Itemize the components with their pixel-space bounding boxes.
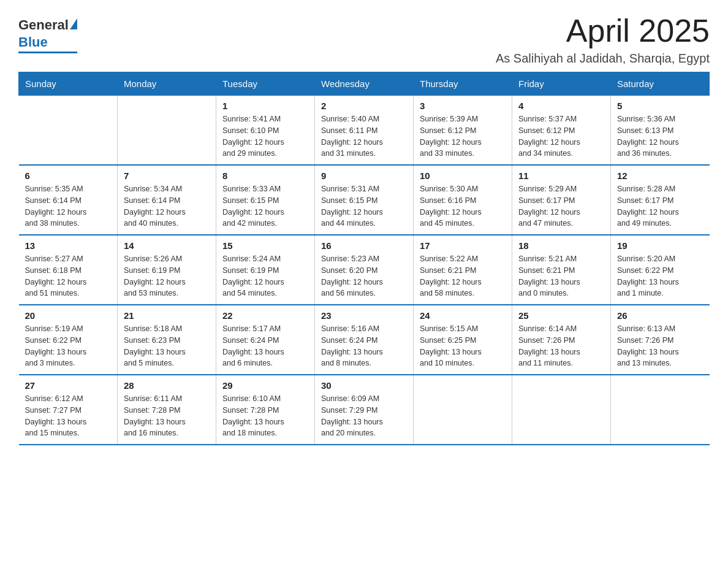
day-info: Sunrise: 6:14 AM Sunset: 7:26 PM Dayligh… bbox=[518, 323, 604, 369]
calendar-cell: 27Sunrise: 6:12 AM Sunset: 7:27 PM Dayli… bbox=[19, 375, 118, 445]
location-title: As Salihiyah al Jadidah, Sharqia, Egypt bbox=[496, 52, 710, 66]
day-info: Sunrise: 5:19 AM Sunset: 6:22 PM Dayligh… bbox=[25, 323, 112, 369]
day-number: 27 bbox=[25, 380, 112, 391]
day-number: 10 bbox=[420, 170, 506, 181]
day-info: Sunrise: 5:37 AM Sunset: 6:12 PM Dayligh… bbox=[518, 113, 604, 159]
day-number: 26 bbox=[617, 310, 703, 321]
day-number: 28 bbox=[124, 380, 210, 391]
calendar-cell: 19Sunrise: 5:20 AM Sunset: 6:22 PM Dayli… bbox=[611, 235, 710, 305]
day-info: Sunrise: 6:12 AM Sunset: 7:27 PM Dayligh… bbox=[25, 393, 112, 439]
calendar-cell: 18Sunrise: 5:21 AM Sunset: 6:21 PM Dayli… bbox=[512, 235, 611, 305]
calendar-cell bbox=[512, 375, 611, 445]
day-number: 3 bbox=[420, 101, 506, 111]
calendar-week-row: 27Sunrise: 6:12 AM Sunset: 7:27 PM Dayli… bbox=[19, 375, 710, 445]
day-number: 25 bbox=[518, 310, 604, 321]
col-header-tuesday: Tuesday bbox=[216, 72, 315, 96]
day-info: Sunrise: 5:24 AM Sunset: 6:19 PM Dayligh… bbox=[222, 253, 308, 299]
day-info: Sunrise: 5:27 AM Sunset: 6:18 PM Dayligh… bbox=[25, 253, 112, 299]
calendar-week-row: 6Sunrise: 5:35 AM Sunset: 6:14 PM Daylig… bbox=[19, 165, 710, 235]
day-number: 19 bbox=[617, 240, 703, 251]
day-info: Sunrise: 5:34 AM Sunset: 6:14 PM Dayligh… bbox=[124, 183, 210, 229]
calendar-cell bbox=[611, 375, 710, 445]
calendar-cell: 26Sunrise: 6:13 AM Sunset: 7:26 PM Dayli… bbox=[611, 305, 710, 375]
day-info: Sunrise: 5:18 AM Sunset: 6:23 PM Dayligh… bbox=[124, 323, 210, 369]
logo-triangle-icon bbox=[70, 18, 77, 29]
day-number: 22 bbox=[222, 310, 308, 321]
calendar-cell: 15Sunrise: 5:24 AM Sunset: 6:19 PM Dayli… bbox=[216, 235, 315, 305]
day-info: Sunrise: 5:22 AM Sunset: 6:21 PM Dayligh… bbox=[420, 253, 506, 299]
calendar-cell: 20Sunrise: 5:19 AM Sunset: 6:22 PM Dayli… bbox=[19, 305, 118, 375]
day-number: 20 bbox=[25, 310, 112, 321]
day-number: 29 bbox=[222, 380, 308, 391]
calendar-cell: 23Sunrise: 5:16 AM Sunset: 6:24 PM Dayli… bbox=[315, 305, 414, 375]
day-info: Sunrise: 6:11 AM Sunset: 7:28 PM Dayligh… bbox=[124, 393, 210, 439]
day-number: 11 bbox=[518, 170, 604, 181]
calendar-cell: 30Sunrise: 6:09 AM Sunset: 7:29 PM Dayli… bbox=[315, 375, 414, 445]
calendar-cell: 12Sunrise: 5:28 AM Sunset: 6:17 PM Dayli… bbox=[611, 165, 710, 235]
month-title: April 2025 bbox=[496, 12, 710, 49]
day-info: Sunrise: 6:09 AM Sunset: 7:29 PM Dayligh… bbox=[321, 393, 407, 439]
calendar-cell: 9Sunrise: 5:31 AM Sunset: 6:15 PM Daylig… bbox=[315, 165, 414, 235]
calendar-header-row: SundayMondayTuesdayWednesdayThursdayFrid… bbox=[19, 72, 710, 96]
day-info: Sunrise: 5:28 AM Sunset: 6:17 PM Dayligh… bbox=[617, 183, 703, 229]
logo-blue-text: Blue bbox=[18, 34, 48, 50]
calendar-cell: 5Sunrise: 5:36 AM Sunset: 6:13 PM Daylig… bbox=[611, 96, 710, 166]
day-info: Sunrise: 5:35 AM Sunset: 6:14 PM Dayligh… bbox=[25, 183, 112, 229]
calendar-cell: 6Sunrise: 5:35 AM Sunset: 6:14 PM Daylig… bbox=[19, 165, 118, 235]
day-info: Sunrise: 5:39 AM Sunset: 6:12 PM Dayligh… bbox=[420, 113, 506, 159]
day-number: 12 bbox=[617, 170, 703, 181]
day-info: Sunrise: 5:20 AM Sunset: 6:22 PM Dayligh… bbox=[617, 253, 703, 299]
calendar-cell: 8Sunrise: 5:33 AM Sunset: 6:15 PM Daylig… bbox=[216, 165, 315, 235]
calendar-cell: 16Sunrise: 5:23 AM Sunset: 6:20 PM Dayli… bbox=[315, 235, 414, 305]
day-info: Sunrise: 5:23 AM Sunset: 6:20 PM Dayligh… bbox=[321, 253, 407, 299]
calendar-cell: 4Sunrise: 5:37 AM Sunset: 6:12 PM Daylig… bbox=[512, 96, 611, 166]
day-info: Sunrise: 5:26 AM Sunset: 6:19 PM Dayligh… bbox=[124, 253, 210, 299]
day-number: 8 bbox=[222, 170, 308, 181]
calendar-cell: 25Sunrise: 6:14 AM Sunset: 7:26 PM Dayli… bbox=[512, 305, 611, 375]
calendar-table: SundayMondayTuesdayWednesdayThursdayFrid… bbox=[18, 72, 710, 445]
day-number: 14 bbox=[124, 240, 210, 251]
col-header-monday: Monday bbox=[118, 72, 216, 96]
col-header-friday: Friday bbox=[512, 72, 611, 96]
day-number: 21 bbox=[124, 310, 210, 321]
day-number: 7 bbox=[124, 170, 210, 181]
calendar-cell: 3Sunrise: 5:39 AM Sunset: 6:12 PM Daylig… bbox=[414, 96, 512, 166]
calendar-cell: 21Sunrise: 5:18 AM Sunset: 6:23 PM Dayli… bbox=[118, 305, 216, 375]
calendar-cell: 14Sunrise: 5:26 AM Sunset: 6:19 PM Dayli… bbox=[118, 235, 216, 305]
day-info: Sunrise: 5:17 AM Sunset: 6:24 PM Dayligh… bbox=[222, 323, 308, 369]
day-number: 6 bbox=[25, 170, 112, 181]
calendar-cell: 24Sunrise: 5:15 AM Sunset: 6:25 PM Dayli… bbox=[414, 305, 512, 375]
page-header: General Blue April 2025 As Salihiyah al … bbox=[18, 12, 710, 66]
calendar-cell: 13Sunrise: 5:27 AM Sunset: 6:18 PM Dayli… bbox=[19, 235, 118, 305]
day-info: Sunrise: 5:16 AM Sunset: 6:24 PM Dayligh… bbox=[321, 323, 407, 369]
day-info: Sunrise: 5:36 AM Sunset: 6:13 PM Dayligh… bbox=[617, 113, 703, 159]
day-number: 16 bbox=[321, 240, 407, 251]
calendar-cell: 11Sunrise: 5:29 AM Sunset: 6:17 PM Dayli… bbox=[512, 165, 611, 235]
day-number: 1 bbox=[222, 101, 308, 111]
day-number: 4 bbox=[518, 101, 604, 111]
col-header-sunday: Sunday bbox=[19, 72, 118, 96]
calendar-cell bbox=[19, 96, 118, 166]
day-info: Sunrise: 5:30 AM Sunset: 6:16 PM Dayligh… bbox=[420, 183, 506, 229]
calendar-cell: 1Sunrise: 5:41 AM Sunset: 6:10 PM Daylig… bbox=[216, 96, 315, 166]
calendar-cell: 17Sunrise: 5:22 AM Sunset: 6:21 PM Dayli… bbox=[414, 235, 512, 305]
day-info: Sunrise: 5:21 AM Sunset: 6:21 PM Dayligh… bbox=[518, 253, 604, 299]
calendar-cell bbox=[414, 375, 512, 445]
col-header-wednesday: Wednesday bbox=[315, 72, 414, 96]
day-info: Sunrise: 5:15 AM Sunset: 6:25 PM Dayligh… bbox=[420, 323, 506, 369]
col-header-saturday: Saturday bbox=[611, 72, 710, 96]
day-info: Sunrise: 6:13 AM Sunset: 7:26 PM Dayligh… bbox=[617, 323, 703, 369]
day-number: 24 bbox=[420, 310, 506, 321]
day-number: 9 bbox=[321, 170, 407, 181]
day-info: Sunrise: 6:10 AM Sunset: 7:28 PM Dayligh… bbox=[222, 393, 308, 439]
col-header-thursday: Thursday bbox=[414, 72, 512, 96]
day-info: Sunrise: 5:31 AM Sunset: 6:15 PM Dayligh… bbox=[321, 183, 407, 229]
calendar-cell: 22Sunrise: 5:17 AM Sunset: 6:24 PM Dayli… bbox=[216, 305, 315, 375]
day-info: Sunrise: 5:33 AM Sunset: 6:15 PM Dayligh… bbox=[222, 183, 308, 229]
calendar-week-row: 1Sunrise: 5:41 AM Sunset: 6:10 PM Daylig… bbox=[19, 96, 710, 166]
logo: General Blue bbox=[18, 17, 77, 53]
day-number: 2 bbox=[321, 101, 407, 111]
calendar-cell: 7Sunrise: 5:34 AM Sunset: 6:14 PM Daylig… bbox=[118, 165, 216, 235]
day-info: Sunrise: 5:40 AM Sunset: 6:11 PM Dayligh… bbox=[321, 113, 407, 159]
day-number: 15 bbox=[222, 240, 308, 251]
